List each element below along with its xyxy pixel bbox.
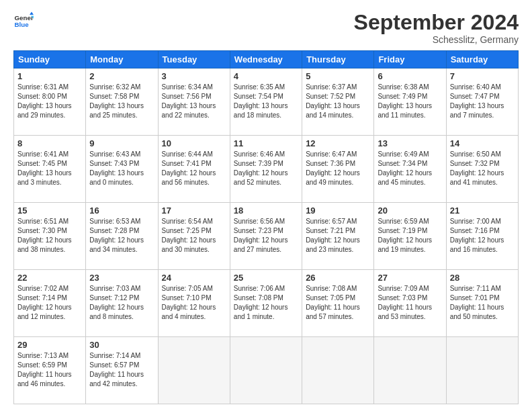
table-row: 30Sunrise: 7:14 AMSunset: 6:57 PMDayligh… [86,337,158,404]
table-row: 28Sunrise: 7:11 AMSunset: 7:01 PMDayligh… [446,270,518,337]
table-row [230,337,302,404]
table-row: 23Sunrise: 7:03 AMSunset: 7:12 PMDayligh… [86,270,158,337]
table-row: 26Sunrise: 7:08 AMSunset: 7:05 PMDayligh… [302,270,374,337]
table-row: 11Sunrise: 6:46 AMSunset: 7:39 PMDayligh… [230,136,302,203]
table-row: 25Sunrise: 7:06 AMSunset: 7:08 PMDayligh… [230,270,302,337]
svg-marker-2 [30,12,34,15]
svg-text:Blue: Blue [15,21,30,28]
table-row: 14Sunrise: 6:50 AMSunset: 7:32 PMDayligh… [446,136,518,203]
col-wednesday: Wednesday [230,51,302,68]
table-row: 1Sunrise: 6:31 AMSunset: 8:00 PMDaylight… [14,68,86,136]
month-title: September 2024 [354,11,519,34]
table-row: 18Sunrise: 6:56 AMSunset: 7:23 PMDayligh… [230,203,302,270]
table-row: 7Sunrise: 6:40 AMSunset: 7:47 PMDaylight… [446,68,518,136]
table-row: 10Sunrise: 6:44 AMSunset: 7:41 PMDayligh… [158,136,230,203]
page: General Blue September 2024 Schesslitz, … [0,0,532,411]
table-row [446,337,518,404]
table-row: 3Sunrise: 6:34 AMSunset: 7:56 PMDaylight… [158,68,230,136]
calendar-table: Sunday Monday Tuesday Wednesday Thursday… [13,50,519,404]
table-row: 8Sunrise: 6:41 AMSunset: 7:45 PMDaylight… [14,136,86,203]
col-saturday: Saturday [446,51,518,68]
table-row [158,337,230,404]
title-block: September 2024 Schesslitz, Germany [354,11,519,45]
table-row: 5Sunrise: 6:37 AMSunset: 7:52 PMDaylight… [302,68,374,136]
col-thursday: Thursday [302,51,374,68]
col-tuesday: Tuesday [158,51,230,68]
table-row [302,337,374,404]
header: General Blue September 2024 Schesslitz, … [13,11,519,45]
col-monday: Monday [86,51,158,68]
col-sunday: Sunday [14,51,86,68]
table-row: 2Sunrise: 6:32 AMSunset: 7:58 PMDaylight… [86,68,158,136]
table-row: 9Sunrise: 6:43 AMSunset: 7:43 PMDaylight… [86,136,158,203]
location: Schesslitz, Germany [354,34,519,45]
table-row: 24Sunrise: 7:05 AMSunset: 7:10 PMDayligh… [158,270,230,337]
table-row: 6Sunrise: 6:38 AMSunset: 7:49 PMDaylight… [374,68,446,136]
table-row: 27Sunrise: 7:09 AMSunset: 7:03 PMDayligh… [374,270,446,337]
logo-icon: General Blue [13,11,34,31]
table-row: 17Sunrise: 6:54 AMSunset: 7:25 PMDayligh… [158,203,230,270]
logo: General Blue [13,11,34,31]
table-row: 29Sunrise: 7:13 AMSunset: 6:59 PMDayligh… [14,337,86,404]
calendar-header-row: Sunday Monday Tuesday Wednesday Thursday… [14,51,519,68]
table-row: 21Sunrise: 7:00 AMSunset: 7:16 PMDayligh… [446,203,518,270]
table-row: 13Sunrise: 6:49 AMSunset: 7:34 PMDayligh… [374,136,446,203]
table-row: 20Sunrise: 6:59 AMSunset: 7:19 PMDayligh… [374,203,446,270]
table-row: 19Sunrise: 6:57 AMSunset: 7:21 PMDayligh… [302,203,374,270]
col-friday: Friday [374,51,446,68]
table-row: 22Sunrise: 7:02 AMSunset: 7:14 PMDayligh… [14,270,86,337]
table-row [374,337,446,404]
table-row: 4Sunrise: 6:35 AMSunset: 7:54 PMDaylight… [230,68,302,136]
table-row: 15Sunrise: 6:51 AMSunset: 7:30 PMDayligh… [14,203,86,270]
table-row: 16Sunrise: 6:53 AMSunset: 7:28 PMDayligh… [86,203,158,270]
svg-text:General: General [15,14,34,21]
table-row: 12Sunrise: 6:47 AMSunset: 7:36 PMDayligh… [302,136,374,203]
